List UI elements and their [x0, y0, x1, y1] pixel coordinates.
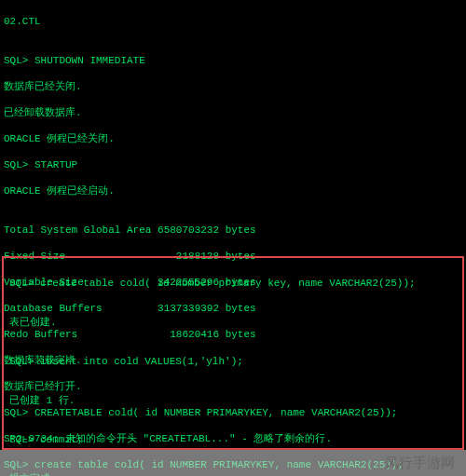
highlight-box: SQL> create table cold( id number primar…	[2, 256, 464, 450]
watermark-footer: 风行手游网	[0, 450, 466, 476]
term-line: 数据库已经关闭.	[4, 80, 462, 93]
term-line: SQL> create table cold( id number primar…	[9, 277, 457, 290]
term-line: 已经卸载数据库.	[4, 106, 462, 119]
term-line: SQL> SHUTDOWN IMMEDIATE	[4, 54, 462, 67]
term-line: Total System Global Area 6580703232 byte…	[4, 224, 462, 237]
term-line: ORACLE 例程已经关闭.	[4, 132, 462, 145]
term-line: SQL> STARTUP	[4, 158, 462, 171]
term-line: SQL> insert into cold VALUES(1,'ylh');	[9, 355, 457, 368]
term-line: 02.CTL	[4, 15, 462, 28]
term-line: SQL> commit;	[9, 433, 457, 446]
term-line: 表已创建.	[9, 316, 457, 329]
terminal-output-highlighted: SQL> create table cold( id number primar…	[6, 262, 460, 476]
watermark-text: 风行手游网	[385, 456, 455, 469]
term-line: 已创建 1 行.	[9, 394, 457, 407]
term-line: ORACLE 例程已经启动.	[4, 184, 462, 197]
